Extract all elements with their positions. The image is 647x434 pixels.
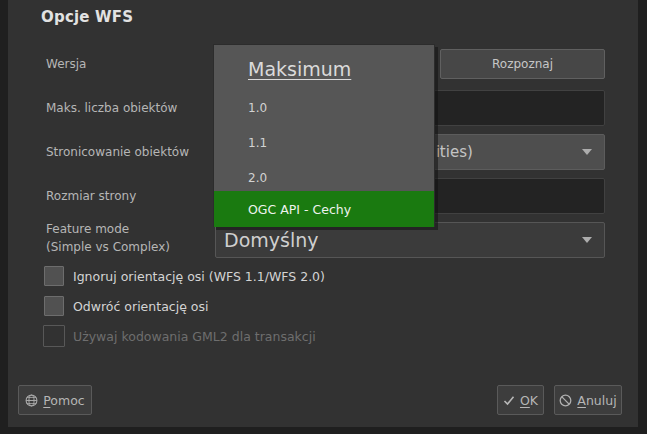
checkbox-invert-axis-orientation[interactable]: Odwróć orientację osi xyxy=(44,296,208,316)
version-option-1-1[interactable]: 1.1 xyxy=(214,128,434,158)
feature-mode-label-line2: (Simple vs Complex) xyxy=(46,240,170,254)
cancel-icon xyxy=(559,394,572,407)
dialog-title: Opcje WFS xyxy=(41,8,133,26)
check-icon xyxy=(503,395,515,406)
feature-mode-combobox-value: Domyślny xyxy=(216,229,318,251)
checkbox-label: Używaj kodowania GML2 dla transakcji xyxy=(73,329,316,344)
page-size-label: Rozmiar strony xyxy=(46,189,136,203)
cancel-button[interactable]: Anuluj xyxy=(554,385,622,415)
ok-button[interactable]: OK xyxy=(497,385,544,415)
checkbox-label: Ignoruj orientację osi (WFS 1.1/WFS 2.0) xyxy=(73,269,325,284)
checkbox-label: Odwróć orientację osi xyxy=(73,299,208,314)
checkbox-box xyxy=(43,325,65,347)
version-option-2-0[interactable]: 2.0 xyxy=(214,163,434,193)
feature-mode-label-line1: Feature mode xyxy=(46,222,129,236)
paging-label: Stronicowanie obiektów xyxy=(46,145,189,159)
checkbox-ignore-axis-orientation[interactable]: Ignoruj orientację osi (WFS 1.1/WFS 2.0) xyxy=(44,266,325,286)
detect-version-button[interactable]: Rozpoznaj xyxy=(440,49,605,79)
version-option-maksimum[interactable]: Maksimum xyxy=(214,47,434,91)
feature-mode-combobox[interactable]: Domyślny xyxy=(215,222,605,258)
version-dropdown-popup: Maksimum 1.0 1.1 2.0 OGC API - Cechy xyxy=(213,44,435,227)
version-option-ogc-api-features[interactable]: OGC API - Cechy xyxy=(214,191,434,227)
help-sphere-icon xyxy=(25,394,38,407)
checkbox-box xyxy=(44,266,64,286)
dropdown-arrow-icon xyxy=(582,237,592,243)
screen-background: Opcje WFS Wersja Maks. liczba obiektów S… xyxy=(0,0,647,434)
dropdown-arrow-icon xyxy=(582,149,592,155)
max-features-label: Maks. liczba obiektów xyxy=(46,101,177,115)
cancel-button-label: Anuluj xyxy=(577,393,616,408)
detect-version-button-label: Rozpoznaj xyxy=(492,57,553,71)
ok-button-label: OK xyxy=(520,393,538,408)
help-button-label: Pomoc xyxy=(43,393,84,408)
version-option-1-0[interactable]: 1.0 xyxy=(214,93,434,123)
checkbox-box xyxy=(44,296,64,316)
checkbox-gml2-encoding: Używaj kodowania GML2 dla transakcji xyxy=(43,325,316,347)
version-label: Wersja xyxy=(46,57,86,71)
help-button[interactable]: Pomoc xyxy=(18,385,92,415)
